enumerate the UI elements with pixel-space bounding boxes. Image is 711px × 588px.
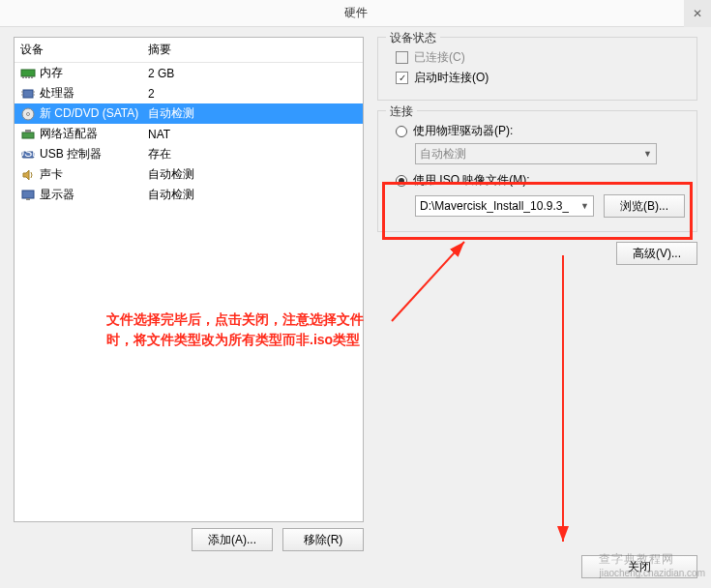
cpu-icon bbox=[20, 87, 36, 101]
connect-at-power-on-checkbox[interactable]: ✓ bbox=[396, 72, 408, 84]
memory-icon bbox=[20, 67, 36, 80]
connection-group: 连接 使用物理驱动器(P): 自动检测 ▼ 使用 ISO 映像文件(M): D:… bbox=[377, 110, 697, 232]
chevron-down-icon: ▼ bbox=[580, 201, 589, 211]
usb-icon: USB bbox=[20, 148, 36, 162]
use-physical-drive-radio[interactable] bbox=[396, 126, 407, 137]
title-bar: 硬件 ✕ bbox=[0, 0, 711, 27]
hardware-row-summary: 2 GB bbox=[148, 67, 357, 80]
connect-at-power-on-label: 启动时连接(O) bbox=[414, 70, 489, 86]
svg-rect-16 bbox=[22, 191, 34, 198]
window-close-button[interactable]: ✕ bbox=[684, 0, 711, 27]
use-physical-drive-label: 使用物理驱动器(P): bbox=[413, 123, 513, 139]
svg-rect-4 bbox=[31, 76, 33, 78]
add-button[interactable]: 添加(A)... bbox=[192, 528, 273, 551]
physical-drive-value: 自动检测 bbox=[420, 146, 466, 162]
hardware-row[interactable]: 声卡自动检测 bbox=[15, 164, 363, 185]
connection-legend: 连接 bbox=[386, 103, 417, 120]
header-device: 设备 bbox=[20, 42, 148, 58]
hardware-row-name: 声卡 bbox=[40, 166, 63, 183]
hardware-row[interactable]: 新 CD/DVD (SATA)自动检测 bbox=[15, 103, 363, 124]
use-iso-file-radio[interactable] bbox=[396, 175, 407, 187]
hardware-row-name: USB 控制器 bbox=[40, 146, 102, 162]
use-iso-file-label: 使用 ISO 映像文件(M): bbox=[413, 172, 530, 189]
hardware-row-summary: 2 bbox=[148, 87, 357, 101]
hardware-row-summary: 自动检测 bbox=[148, 105, 357, 122]
hardware-list-header: 设备 摘要 bbox=[15, 38, 363, 63]
svg-rect-12 bbox=[22, 132, 34, 138]
svg-point-11 bbox=[27, 112, 30, 115]
close-button[interactable]: 关闭 bbox=[581, 555, 697, 578]
hardware-row-name: 网络适配器 bbox=[40, 126, 98, 142]
svg-rect-2 bbox=[25, 76, 27, 78]
hardware-list[interactable]: 设备 摘要 内存2 GB处理器2新 CD/DVD (SATA)自动检测网络适配器… bbox=[14, 37, 364, 522]
chevron-down-icon: ▼ bbox=[643, 149, 652, 159]
connected-label: 已连接(C) bbox=[414, 49, 465, 66]
hardware-row[interactable]: USBUSB 控制器存在 bbox=[15, 144, 363, 164]
advanced-button[interactable]: 高级(V)... bbox=[616, 242, 697, 265]
device-status-group: 设备状态 已连接(C) ✓ 启动时连接(O) bbox=[377, 37, 697, 101]
iso-path-combo[interactable]: D:\Mavercisk_Install_10.9.3_ ▼ bbox=[415, 195, 594, 217]
sound-icon bbox=[20, 168, 36, 182]
device-status-legend: 设备状态 bbox=[386, 30, 440, 46]
physical-drive-combo: 自动检测 ▼ bbox=[415, 143, 657, 164]
hardware-row-summary: 自动检测 bbox=[148, 187, 357, 203]
cd-icon bbox=[20, 107, 36, 121]
svg-rect-3 bbox=[28, 76, 30, 78]
hardware-row[interactable]: 网络适配器NAT bbox=[15, 124, 363, 144]
svg-text:USB: USB bbox=[20, 148, 36, 160]
hardware-row-name: 新 CD/DVD (SATA) bbox=[40, 105, 138, 122]
svg-rect-1 bbox=[22, 76, 24, 78]
hardware-row-name: 内存 bbox=[40, 65, 63, 81]
hardware-row[interactable]: 内存2 GB bbox=[15, 63, 363, 83]
display-icon bbox=[20, 189, 36, 202]
hardware-row[interactable]: 处理器2 bbox=[15, 83, 363, 103]
remove-button[interactable]: 移除(R) bbox=[282, 528, 364, 551]
close-icon: ✕ bbox=[693, 7, 702, 20]
window-title: 硬件 bbox=[344, 5, 368, 21]
browse-button[interactable]: 浏览(B)... bbox=[604, 194, 685, 218]
hardware-row-summary: 存在 bbox=[148, 146, 357, 162]
iso-path-value: D:\Mavercisk_Install_10.9.3_ bbox=[420, 199, 569, 213]
hardware-row-summary: 自动检测 bbox=[148, 166, 357, 183]
svg-rect-13 bbox=[25, 130, 31, 132]
hardware-row[interactable]: 显示器自动检测 bbox=[15, 185, 363, 205]
hardware-row-name: 显示器 bbox=[40, 187, 74, 203]
header-summary: 摘要 bbox=[148, 42, 357, 58]
svg-rect-5 bbox=[23, 90, 33, 98]
svg-rect-17 bbox=[26, 198, 30, 200]
svg-rect-0 bbox=[21, 70, 35, 76]
network-icon bbox=[20, 128, 36, 141]
hardware-row-name: 处理器 bbox=[40, 85, 74, 102]
connected-checkbox bbox=[396, 51, 408, 64]
hardware-row-summary: NAT bbox=[148, 128, 357, 141]
